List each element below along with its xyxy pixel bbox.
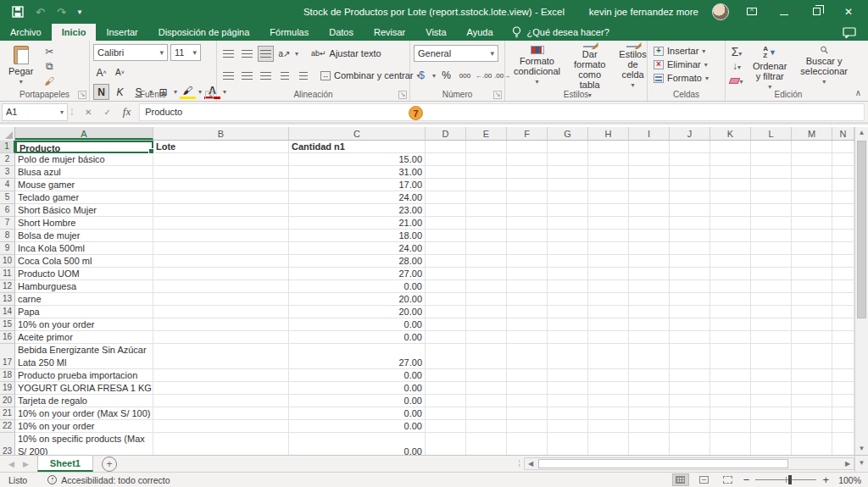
cell-I20[interactable] <box>629 395 670 407</box>
column-header-F[interactable]: F <box>507 127 548 140</box>
cell-D2[interactable] <box>426 153 466 166</box>
row-header-1[interactable]: 1 <box>0 141 15 153</box>
cell-M10[interactable] <box>792 255 832 268</box>
grow-font-icon[interactable]: A˄ <box>93 64 109 80</box>
confirm-entry-icon[interactable]: ✓ <box>103 108 110 117</box>
cell-I17[interactable] <box>629 344 670 369</box>
cell-E12[interactable] <box>466 280 507 293</box>
cell-B18[interactable] <box>153 369 289 382</box>
cell-N21[interactable] <box>832 407 854 420</box>
scroll-right-icon[interactable]: ▶ <box>842 460 854 468</box>
cell-B20[interactable] <box>153 395 289 407</box>
cell-H10[interactable] <box>588 255 629 268</box>
cell-A6[interactable]: Short Básico Mujer <box>15 204 153 217</box>
row-header-22[interactable]: 22 <box>0 420 15 433</box>
zoom-out-icon[interactable]: − <box>743 476 750 484</box>
cell-J1[interactable] <box>670 141 710 153</box>
cell-G2[interactable] <box>548 153 588 166</box>
cell-K22[interactable] <box>710 420 751 433</box>
cell-G22[interactable] <box>548 420 588 433</box>
cell-C11[interactable]: 27.00 <box>289 268 426 280</box>
cell-K13[interactable] <box>710 293 751 306</box>
cell-I7[interactable] <box>629 217 670 230</box>
cell-D10[interactable] <box>426 255 466 268</box>
cell-J19[interactable] <box>670 382 710 395</box>
cell-M3[interactable] <box>792 166 832 179</box>
cell-M21[interactable] <box>792 407 832 420</box>
cell-E7[interactable] <box>466 217 507 230</box>
column-header-G[interactable]: G <box>548 127 588 140</box>
clipboard-dialog-launcher[interactable]: ↘ <box>78 91 86 99</box>
cell-F5[interactable] <box>507 191 548 204</box>
cell-L20[interactable] <box>751 395 792 407</box>
sheet-nav-next-icon[interactable]: ▶ <box>23 460 29 468</box>
cell-N16[interactable] <box>832 331 854 344</box>
cell-F9[interactable] <box>507 242 548 255</box>
cell-C17[interactable]: 27.00 <box>289 344 426 369</box>
cell-J11[interactable] <box>670 268 710 280</box>
cell-M6[interactable] <box>792 204 832 217</box>
cell-F7[interactable] <box>507 217 548 230</box>
cell-A1[interactable]: Producto <box>15 141 153 153</box>
cell-B19[interactable] <box>153 382 289 395</box>
cell-K19[interactable] <box>710 382 751 395</box>
cell-H20[interactable] <box>588 395 629 407</box>
cell-E3[interactable] <box>466 166 507 179</box>
scroll-up-icon[interactable]: ▲ <box>855 127 868 139</box>
cell-K9[interactable] <box>710 242 751 255</box>
cell-M7[interactable] <box>792 217 832 230</box>
column-header-M[interactable]: M <box>792 127 832 140</box>
cell-K18[interactable] <box>710 369 751 382</box>
cell-C5[interactable]: 24.00 <box>289 191 426 204</box>
cell-H3[interactable] <box>588 166 629 179</box>
number-dialog-launcher[interactable]: ↘ <box>493 91 502 99</box>
cell-L4[interactable] <box>751 179 792 191</box>
cell-F18[interactable] <box>507 369 548 382</box>
cell-L3[interactable] <box>751 166 792 179</box>
cell-I21[interactable] <box>629 407 670 420</box>
cell-H5[interactable] <box>588 191 629 204</box>
cell-K14[interactable] <box>710 306 751 318</box>
cell-E21[interactable] <box>466 407 507 420</box>
copy-icon[interactable]: ⧉ <box>42 60 57 72</box>
cell-M1[interactable] <box>792 141 832 153</box>
cell-H12[interactable] <box>588 280 629 293</box>
cell-M22[interactable] <box>792 420 832 433</box>
cell-A19[interactable]: YOGURT GLORIA FRESA 1 KG <box>15 382 153 395</box>
cell-C9[interactable]: 24.00 <box>289 242 426 255</box>
view-page-layout-button[interactable] <box>696 473 713 486</box>
cell-H17[interactable] <box>588 344 629 369</box>
cell-I6[interactable] <box>629 204 670 217</box>
cell-H2[interactable] <box>588 153 629 166</box>
cell-C21[interactable]: 0.00 <box>289 407 426 420</box>
cell-F13[interactable] <box>507 293 548 306</box>
font-size-select[interactable]: 11▾ <box>170 44 201 61</box>
cell-K12[interactable] <box>710 280 751 293</box>
cell-N14[interactable] <box>832 306 854 318</box>
cell-I13[interactable] <box>629 293 670 306</box>
cell-L15[interactable] <box>751 318 792 331</box>
row-header-3[interactable]: 3 <box>0 166 15 179</box>
align-middle-icon[interactable] <box>239 46 255 62</box>
clear-icon[interactable]: ▾ <box>729 75 744 87</box>
row-header-6[interactable]: 6 <box>0 204 15 217</box>
cell-E2[interactable] <box>466 153 507 166</box>
cell-A12[interactable]: Hamburguesa <box>15 280 153 293</box>
cell-M16[interactable] <box>792 331 832 344</box>
cell-N6[interactable] <box>832 204 854 217</box>
cell-F12[interactable] <box>507 280 548 293</box>
cell-L19[interactable] <box>751 382 792 395</box>
row-header-19[interactable]: 19 <box>0 382 15 395</box>
cell-A8[interactable]: Bolsa de mujer <box>15 230 153 242</box>
cell-F1[interactable] <box>507 141 548 153</box>
cell-D16[interactable] <box>426 331 466 344</box>
cell-J5[interactable] <box>670 191 710 204</box>
cell-L13[interactable] <box>751 293 792 306</box>
row-header-13[interactable]: 13 <box>0 293 15 306</box>
column-header-E[interactable]: E <box>466 127 507 140</box>
format-cells-button[interactable]: Formato▾ <box>651 72 721 84</box>
cell-D7[interactable] <box>426 217 466 230</box>
cell-D21[interactable] <box>426 407 466 420</box>
cell-A20[interactable]: Tarjeta de regalo <box>15 395 153 407</box>
cell-M12[interactable] <box>792 280 832 293</box>
